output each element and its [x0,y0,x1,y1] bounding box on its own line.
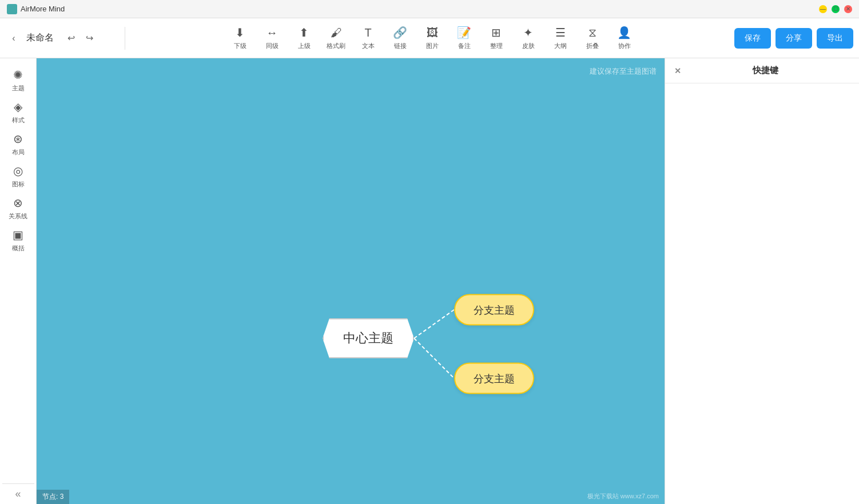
export-button[interactable]: 导出 [817,28,853,49]
maximize-button[interactable]: ☐ [832,5,840,13]
redo-button[interactable]: ↪ [81,30,97,46]
svg-line-0 [414,310,454,338]
toolbar-tool-text[interactable]: T文本 [353,22,384,55]
panel-title: 快捷键 [681,65,850,76]
image-label: 图片 [426,42,439,50]
watermark: 极光下载站 www.xz7.com [587,492,659,501]
status-bar: 节点: 3 [37,490,69,504]
relation-icon: ⊗ [13,196,23,210]
toolbar-tool-fold[interactable]: ⧖折叠 [577,22,608,55]
sidebar-item-layout[interactable]: ⊛布局 [2,128,34,160]
toolbar-divider [125,27,125,50]
up-icon: ⬆ [299,26,309,39]
collab-icon: 👤 [617,26,631,39]
icon-label: 图标 [12,180,25,189]
outline-label: 大纲 [554,42,567,50]
layout-label: 布局 [12,148,25,157]
node-count: 节点: 3 [42,493,63,501]
link-label: 链接 [394,42,407,50]
branch-bottom-node[interactable]: 分支主题 [454,363,534,394]
up-label: 上级 [298,42,311,50]
note-icon: 📝 [457,26,471,39]
summary-icon: ▣ [13,228,23,242]
layout-icon: ⊛ [13,132,23,146]
text-icon: T [364,26,371,39]
toolbar-tool-outline[interactable]: ☰大纲 [545,22,576,55]
app-title: AirMore Mind [21,5,65,13]
text-label: 文本 [362,42,375,50]
toolbar-tools: ⬇下级↔同级⬆上级🖌格式刷T文本🔗链接🖼图片📝备注⊞整理✦皮肤☰大纲⧖折叠👤协作 [130,22,734,55]
panel-close-icon[interactable]: ✕ [674,66,681,75]
toolbar-tool-same[interactable]: ↔同级 [257,22,288,55]
minimize-button[interactable]: — [819,5,827,13]
sub-icon: ⬇ [235,26,245,39]
branch-bottom-label[interactable]: 分支主题 [454,363,534,394]
titlebar: AirMore Mind — ☐ ✕ [0,0,859,18]
close-button[interactable]: ✕ [844,5,852,13]
sidebar-item-relation[interactable]: ⊗关系线 [2,192,34,224]
share-button[interactable]: 分享 [776,28,812,49]
skin-icon: ✦ [523,26,533,39]
sidebar-item-icon[interactable]: ◎图标 [2,160,34,192]
main-area: ✺主题◈样式⊛布局◎图标⊗关系线▣概括 « 建议保存至主题图谱 中心主题 分支主… [0,58,859,504]
fold-label: 折叠 [586,42,599,50]
theme-icon: ✺ [13,68,23,82]
toolbar-left: ‹ 未命名 ↩ ↪ [6,30,120,46]
mind-map-canvas[interactable]: 建议保存至主题图谱 中心主题 分支主题 分支主题 节点: 3 极光下载站 www… [37,58,665,504]
sidebar-item-theme[interactable]: ✺主题 [2,64,34,96]
same-icon: ↔ [267,26,278,39]
style-label: 样式 [12,116,25,125]
toolbar-tool-collab[interactable]: 👤协作 [609,22,640,55]
toolbar-tool-sub[interactable]: ⬇下级 [225,22,256,55]
shortcuts-panel: ✕ 快捷键 [665,58,859,504]
document-title: 未命名 [26,32,54,44]
toolbar-right: 保存 分享 导出 [734,28,853,49]
icon-icon: ◎ [13,164,23,178]
connectors-svg [37,58,665,504]
skin-label: 皮肤 [522,42,535,50]
organize-label: 整理 [490,42,503,50]
fold-icon: ⧖ [588,26,596,39]
save-button[interactable]: 保存 [734,28,771,49]
branch-top-node[interactable]: 分支主题 [454,294,534,326]
sidebar-item-style[interactable]: ◈样式 [2,96,34,128]
relation-label: 关系线 [9,212,27,221]
undo-redo-group: ↩ ↪ [63,30,97,46]
toolbar-tool-note[interactable]: 📝备注 [449,22,480,55]
collab-label: 协作 [618,42,631,50]
toolbar-tool-format[interactable]: 🖌格式刷 [321,22,352,55]
sidebar-collapse-button[interactable]: « [2,483,34,504]
window-controls: — ☐ ✕ [819,5,852,13]
back-button[interactable]: ‹ [6,30,22,46]
app-icon [7,4,17,14]
outline-icon: ☰ [555,26,566,39]
organize-icon: ⊞ [491,26,501,39]
toolbar-tool-organize[interactable]: ⊞整理 [481,22,512,55]
center-node-label[interactable]: 中心主题 [323,318,414,358]
format-label: 格式刷 [327,42,345,50]
summary-label: 概括 [12,244,25,253]
theme-label: 主题 [12,84,25,93]
toolbar-tool-up[interactable]: ⬆上级 [289,22,320,55]
autosave-hint: 建议保存至主题图谱 [590,66,657,77]
toolbar: ‹ 未命名 ↩ ↪ ⬇下级↔同级⬆上级🖌格式刷T文本🔗链接🖼图片📝备注⊞整理✦皮… [0,18,859,58]
undo-button[interactable]: ↩ [63,30,79,46]
svg-line-1 [414,338,454,378]
sidebar: ✺主题◈样式⊛布局◎图标⊗关系线▣概括 « [0,58,37,504]
toolbar-tool-link[interactable]: 🔗链接 [385,22,416,55]
note-label: 备注 [458,42,471,50]
link-icon: 🔗 [393,26,407,39]
toolbar-tool-skin[interactable]: ✦皮肤 [513,22,544,55]
toolbar-tool-image[interactable]: 🖼图片 [417,22,448,55]
center-node[interactable]: 中心主题 [323,318,414,358]
style-icon: ◈ [14,100,22,114]
sub-label: 下级 [234,42,246,50]
format-icon: 🖌 [331,26,342,39]
same-label: 同级 [266,42,279,50]
sidebar-item-summary[interactable]: ▣概括 [2,224,34,256]
image-icon: 🖼 [427,26,438,39]
panel-header: ✕ 快捷键 [665,58,859,83]
branch-top-label[interactable]: 分支主题 [454,294,534,326]
